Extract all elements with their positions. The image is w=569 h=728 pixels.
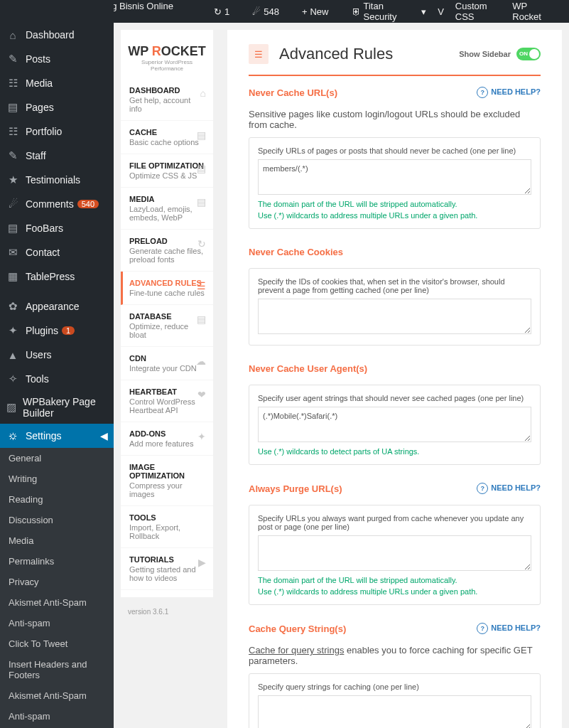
menu-foobars[interactable]: ▤FooBars [0, 216, 114, 240]
titan-link[interactable]: ⛨ Titan Security ▾ [352, 1, 427, 22]
pages-icon: ▤ [6, 100, 20, 114]
wp-rocket-logo: WP ROCKET Superior WordPress Performance [121, 37, 213, 79]
menu-portfolio[interactable]: ☷Portfolio [0, 119, 114, 144]
new-link[interactable]: + New [302, 6, 340, 17]
section-title: Never Cache URL(s) [249, 87, 477, 98]
rocket-nav-dashboard[interactable]: DASHBOARDGet help, account info⌂ [121, 79, 213, 121]
users-icon: ▲ [6, 348, 20, 362]
rocket-nav-media[interactable]: MEDIALazyLoad, emojis, embeds, WebP▤ [121, 188, 213, 230]
custom-css-link[interactable]: Custom CSS [455, 1, 502, 22]
menu-posts[interactable]: ✎Posts [0, 47, 114, 71]
menu-tablepress[interactable]: ▦TablePress [0, 264, 114, 289]
need-help-link[interactable]: NEED HELP? [477, 483, 541, 494]
advanced rules-icon: ☰ [197, 280, 206, 291]
tutorials-icon: ▶ [198, 557, 206, 568]
section-title: Never Cache User Agent(s) [249, 363, 541, 374]
rocket-nav-image-optimization[interactable]: IMAGE OPTIMIZATIONCompress your images [121, 456, 213, 506]
rocket-settings-nav: WP ROCKET Superior WordPress Performance… [121, 30, 213, 597]
submenu-writing[interactable]: Writing [0, 469, 114, 489]
field-label: Specify URLs you always want purged from… [258, 514, 531, 531]
tablepress-icon: ▦ [6, 269, 20, 284]
preload-icon: ↻ [197, 238, 206, 250]
appearance-icon: ✿ [6, 299, 20, 314]
need-help-link[interactable]: NEED HELP? [477, 87, 541, 98]
menu-contact[interactable]: ✉Contact [0, 240, 114, 264]
submenu-akismet-anti-spam[interactable]: Akismet Anti-Spam [0, 592, 114, 613]
comments-link[interactable]: ☄ 548 [252, 6, 291, 17]
menu-comments[interactable]: ☄Comments540 [0, 192, 114, 216]
submenu-permalinks[interactable]: Permalinks [0, 551, 114, 572]
rocket-nav-file-optimization[interactable]: FILE OPTIMIZATIONOptimize CSS & JS▤ [121, 154, 213, 188]
menu-pages[interactable]: ▤Pages [0, 95, 114, 119]
submenu-reading[interactable]: Reading [0, 489, 114, 510]
v-icon[interactable]: V [438, 6, 444, 17]
rocket-nav-tools[interactable]: TOOLSImport, Export, Rollback [121, 506, 213, 548]
submenu-media[interactable]: Media [0, 530, 114, 551]
rocket-nav-cache[interactable]: CACHEBasic cache options▤ [121, 121, 213, 154]
hint: Use (.*) wildcards to address multiple U… [258, 587, 531, 596]
foobars-icon: ▤ [6, 221, 20, 235]
rocket-nav-tutorials[interactable]: TUTORIALSGetting started and how to vide… [121, 548, 213, 590]
rocket-nav-add-ons[interactable]: ADD-ONSAdd more features✦ [121, 422, 213, 456]
menu-plugins[interactable]: ✦Plugins1 [0, 318, 114, 343]
section-desc: Sensitive pages like custom login/logout… [249, 109, 541, 130]
rocket-nav-preload[interactable]: PRELOADGenerate cache files, preload fon… [121, 230, 213, 272]
wp-admin-sidebar: ⌂Dashboard✎Posts☷Media▤Pages☷Portfolio✎S… [0, 0, 114, 728]
menu-staff[interactable]: ✎Staff [0, 144, 114, 168]
rocket-nav-cdn[interactable]: CDNIntegrate your CDN☁ [121, 347, 213, 380]
menu-testimonials[interactable]: ★Testimonials [0, 168, 114, 192]
menu-settings[interactable]: ⛭Settings◀ [0, 424, 114, 448]
field-label: Specify URLs of pages or posts that shou… [258, 146, 531, 155]
staff-icon: ✎ [6, 149, 20, 163]
submenu-akismet-anti-spam[interactable]: Akismet Anti-Spam [0, 685, 114, 706]
add-ons-icon: ✦ [197, 431, 206, 442]
field-label: Specify the IDs of cookies that, when se… [258, 277, 531, 294]
submenu-anti-spam[interactable]: Anti-spam [0, 706, 114, 727]
rocket-nav-heartbeat[interactable]: HEARTBEATControl WordPress Heartbeat API… [121, 380, 213, 422]
cdn-icon: ☁ [196, 355, 206, 367]
cache-query-strings-input[interactable] [258, 695, 531, 728]
submenu-privacy[interactable]: Privacy [0, 572, 114, 592]
updates-link[interactable]: ↻ 1 [214, 6, 241, 17]
plugins-icon: ✦ [6, 323, 20, 338]
show-sidebar-toggle[interactable]: ON [516, 48, 541, 60]
hint: Use (.*) wildcards to detect parts of UA… [258, 447, 531, 456]
submenu-click-to-tweet[interactable]: Click To Tweet [0, 633, 114, 654]
rocket-nav-database[interactable]: DATABASEOptimize, reduce bloat▤ [121, 305, 213, 347]
page-title: Advanced Rules [279, 45, 459, 63]
menu-media[interactable]: ☷Media [0, 71, 114, 95]
never-cache-cookies-input[interactable] [258, 299, 531, 334]
wprocket-link[interactable]: WP Rocket [512, 1, 552, 22]
menu-tools[interactable]: ✧Tools [0, 367, 114, 391]
menu-dashboard[interactable]: ⌂Dashboard [0, 23, 114, 47]
submenu-insert-headers-and-footers[interactable]: Insert Headers and Footers [0, 654, 114, 685]
media-icon: ▤ [197, 196, 206, 208]
field-label: Specify query strings for caching (one p… [258, 682, 531, 691]
contact-icon: ✉ [6, 245, 20, 259]
file optimization-icon: ▤ [197, 163, 206, 174]
menu-appearance[interactable]: ✿Appearance [0, 294, 114, 318]
menu-wpbakery-page-builder[interactable]: ▨WPBakery Page Builder [0, 391, 114, 424]
submenu-general[interactable]: General [0, 448, 114, 469]
rocket-nav-advanced-rules[interactable]: ADVANCED RULESFine-tune cache rules☰ [121, 272, 213, 305]
rules-icon: ☰ [249, 44, 269, 64]
section-title: Cache Query String(s) [249, 623, 477, 634]
never-cache-urls-input[interactable] [258, 159, 531, 195]
never-cache-ua-input[interactable] [258, 407, 531, 442]
hint: The domain part of the URL will be strip… [258, 576, 531, 584]
posts-icon: ✎ [6, 52, 20, 66]
comments-icon: ☄ [6, 197, 20, 211]
hint: The domain part of the URL will be strip… [258, 200, 531, 208]
need-help-link[interactable]: NEED HELP? [477, 623, 541, 634]
submenu-anti-spam[interactable]: Anti-spam [0, 613, 114, 633]
section-title: Always Purge URL(s) [249, 483, 477, 494]
database-icon: ▤ [197, 314, 206, 325]
dashboard-icon: ⌂ [200, 87, 206, 99]
field-label: Specify user agent strings that should n… [258, 394, 531, 402]
menu-users[interactable]: ▲Users [0, 343, 114, 367]
media-icon: ☷ [6, 76, 20, 90]
submenu-discussion[interactable]: Discussion [0, 510, 114, 530]
always-purge-urls-input[interactable] [258, 535, 531, 571]
portfolio-icon: ☷ [6, 124, 20, 139]
hint: Use (.*) wildcards to address multiple U… [258, 211, 531, 220]
